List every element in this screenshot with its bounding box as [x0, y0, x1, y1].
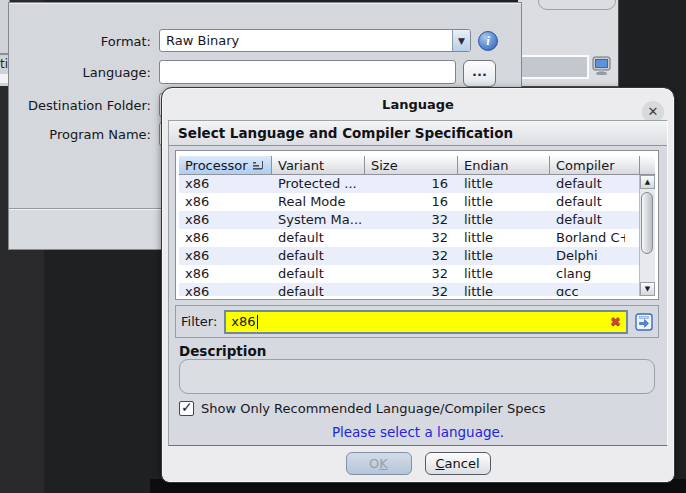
column-header-variant[interactable]: Variant: [272, 156, 365, 175]
combo-arrow-icon[interactable]: ▼: [452, 30, 470, 51]
filter-input[interactable]: x86 ✖: [224, 310, 628, 334]
column-header-endian[interactable]: Endian: [458, 156, 550, 175]
destination-folder-label: Destination Folder:: [9, 98, 151, 113]
filter-bar: Filter: x86 ✖: [175, 305, 659, 338]
column-header-size[interactable]: Size: [365, 156, 458, 175]
language-dialog: Language ✕ Select Language and Compiler …: [162, 88, 674, 482]
scrollbar-thumb[interactable]: [641, 192, 653, 254]
cell-processor: x86: [179, 193, 272, 211]
cell-endian: little: [458, 175, 550, 193]
table-row[interactable]: x86System Ma...32littledefault: [179, 211, 655, 229]
cell-endian: little: [458, 229, 550, 247]
cell-endian: little: [458, 193, 550, 211]
cell-compiler: default: [550, 193, 625, 211]
cell-endian: little: [458, 211, 550, 229]
language-input[interactable]: [159, 60, 456, 84]
cancel-button[interactable]: Cancel: [425, 452, 491, 475]
filter-options-icon[interactable]: [635, 313, 653, 331]
cell-endian: little: [458, 247, 550, 265]
cell-variant: default: [272, 283, 365, 296]
program-name-label: Program Name:: [9, 127, 151, 142]
cell-compiler: default: [550, 175, 625, 193]
cell-processor: x86: [179, 283, 272, 296]
cell-variant: default: [272, 229, 365, 247]
scroll-down-icon[interactable]: ▼: [640, 282, 655, 296]
cell-variant: Protected ...: [272, 175, 365, 193]
monitor-icon: [591, 56, 612, 76]
cell-size: 16: [365, 175, 458, 193]
clear-filter-icon[interactable]: ✖: [610, 314, 621, 329]
cell-processor: x86: [179, 211, 272, 229]
table-row[interactable]: x86default32littleBorland C++: [179, 229, 655, 247]
dialog-title: Language: [163, 97, 673, 112]
background-panel-edge: [538, 0, 616, 10]
cell-endian: little: [458, 283, 550, 296]
cell-variant: Real Mode: [272, 193, 365, 211]
description-box: [179, 359, 655, 394]
checkbox-label: Show Only Recommended Language/Compiler …: [201, 401, 545, 416]
table-row[interactable]: x86default32littleDelphi: [179, 247, 655, 265]
filter-label: Filter:: [181, 314, 217, 329]
cell-compiler: default: [550, 211, 625, 229]
vertical-scrollbar[interactable]: ▲ ▼: [639, 175, 655, 296]
cell-compiler: clang: [550, 265, 625, 283]
cell-size: 32: [365, 283, 458, 296]
background-window: [518, 0, 619, 87]
language-label: Language:: [9, 65, 151, 80]
cell-compiler: Delphi: [550, 247, 625, 265]
cell-size: 32: [365, 229, 458, 247]
cell-endian: little: [458, 265, 550, 283]
format-combobox-value: Raw Binary: [160, 33, 452, 48]
table-row[interactable]: x86default32littleclang: [179, 265, 655, 283]
checkmark-icon: ✓: [181, 399, 193, 415]
cell-variant: default: [272, 265, 365, 283]
table-header-row: ProcessorVariantSizeEndianCompiler: [179, 156, 655, 175]
language-table-panel: ProcessorVariantSizeEndianCompiler x86Pr…: [175, 150, 659, 300]
cell-processor: x86: [179, 229, 272, 247]
scroll-up-icon[interactable]: ▲: [640, 175, 655, 189]
table-row[interactable]: x86Protected ...16littledefault: [179, 175, 655, 193]
cell-variant: default: [272, 247, 365, 265]
cell-variant: System Ma...: [272, 211, 365, 229]
cell-processor: x86: [179, 247, 272, 265]
recommended-checkbox-row[interactable]: ✓ Show Only Recommended Language/Compile…: [179, 401, 545, 416]
description-header: Description: [179, 343, 266, 359]
info-icon[interactable]: i: [478, 31, 498, 51]
table-row[interactable]: x86default32littlegcc: [179, 283, 655, 296]
browse-language-button[interactable]: ...: [463, 60, 496, 87]
cell-processor: x86: [179, 265, 272, 283]
cell-size: 16: [365, 193, 458, 211]
checkbox[interactable]: ✓: [179, 401, 194, 416]
cell-compiler: Borland C++: [550, 229, 625, 247]
cell-size: 32: [365, 211, 458, 229]
format-label: Format:: [9, 34, 151, 49]
fragment-clipped-text: ti: [0, 57, 8, 71]
text-caret: [257, 315, 258, 329]
cell-size: 32: [365, 247, 458, 265]
format-combobox[interactable]: Raw Binary ▼: [159, 29, 471, 52]
sort-ascending-icon: [252, 160, 264, 171]
dialog-button-bar: OK Cancel: [163, 445, 673, 481]
column-header-compiler[interactable]: Compiler: [550, 156, 640, 175]
column-header-filler: [640, 156, 655, 175]
filter-input-value: x86: [231, 314, 255, 329]
status-hint: Please select a language.: [169, 424, 667, 440]
cell-size: 32: [365, 265, 458, 283]
cell-compiler: gcc: [550, 283, 625, 296]
column-header-processor[interactable]: Processor: [179, 156, 272, 175]
language-table[interactable]: ProcessorVariantSizeEndianCompiler x86Pr…: [179, 156, 655, 296]
table-row[interactable]: x86Real Mode16littledefault: [179, 193, 655, 211]
section-header: Select Language and Compiler Specificati…: [169, 121, 667, 146]
ok-button[interactable]: OK: [346, 452, 412, 475]
dialog-content-panel: Select Language and Compiler Specificati…: [168, 120, 668, 446]
cell-processor: x86: [179, 175, 272, 193]
